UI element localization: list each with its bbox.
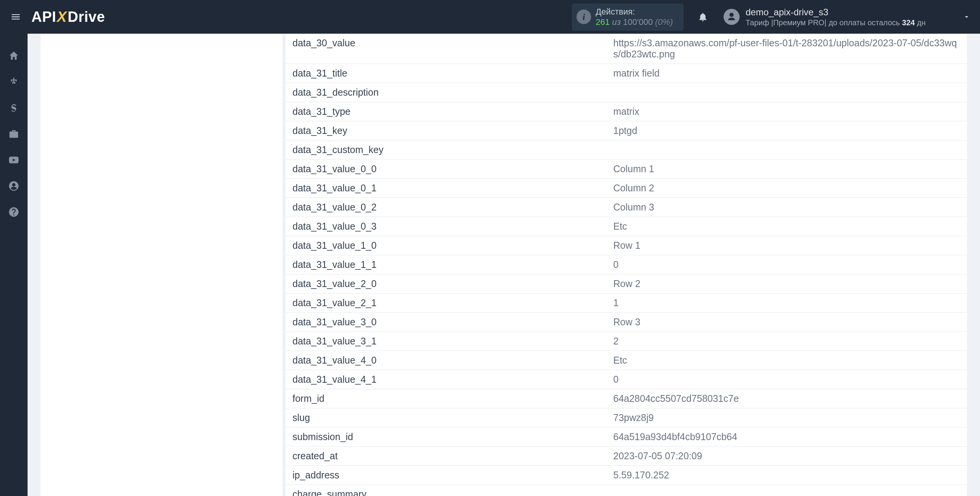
row-key: data_31_value_3_1 (286, 332, 606, 351)
row-value: matrix (606, 102, 967, 121)
topbar: APIXDrive i Действия: 261 из 100'000 (0%… (0, 0, 980, 34)
row-key: ip_address (286, 466, 606, 485)
table-row: data_31_description (286, 83, 967, 102)
sidebar-item-billing[interactable] (0, 95, 28, 121)
main: data_30_valuehttps://s3.amazonaws.com/pf… (28, 34, 980, 496)
table-row: data_31_value_0_2Column 3 (286, 198, 967, 217)
table-row: data_31_value_2_0Row 2 (286, 274, 967, 294)
logo-part-api: API (31, 9, 56, 25)
sidebar (0, 34, 28, 496)
table-row: data_31_typematrix (286, 102, 967, 121)
actions-total: 100'000 (623, 17, 653, 27)
row-value: Row 2 (606, 274, 967, 294)
row-key: data_31_description (286, 83, 606, 102)
tariff-mid: | до оплаты осталось (825, 18, 902, 27)
table-row: data_31_titlematrix field (286, 64, 967, 83)
row-key: data_31_key (286, 121, 606, 140)
table-row: data_31_value_1_10 (286, 255, 967, 274)
help-icon (8, 206, 20, 218)
actions-iz: из (612, 17, 621, 27)
chevron-down-icon (962, 13, 971, 21)
row-value (606, 485, 967, 496)
row-value: Etc (606, 351, 967, 370)
row-value: 2023-07-05 07:20:09 (606, 447, 967, 466)
table-row: data_31_value_0_3Etc (286, 217, 967, 236)
sidebar-item-home[interactable] (0, 43, 28, 69)
row-key: form_id (286, 389, 606, 408)
row-value: 0 (606, 370, 967, 389)
row-value: Etc (606, 217, 967, 236)
table-row: data_31_custom_key (286, 140, 967, 160)
row-key: data_31_value_2_1 (286, 294, 606, 313)
table-row: data_31_value_0_0Column 1 (286, 160, 967, 179)
table-row: data_31_value_4_0Etc (286, 351, 967, 370)
tariff-days: 324 (902, 18, 915, 27)
user-icon (727, 12, 737, 22)
user-menu[interactable]: demo_apix-drive_s3 Тариф |Премиум PRO| д… (724, 7, 971, 28)
row-key: charge_summary (286, 485, 606, 496)
row-value: 64a519a93d4bf4cb9107cb64 (606, 427, 967, 447)
row-key: data_30_value (286, 34, 606, 64)
row-key: created_at (286, 447, 606, 466)
logo-part-drive: Drive (68, 9, 105, 25)
table-row: ip_address5.59.170.252 (286, 466, 967, 485)
sidebar-item-account[interactable] (0, 173, 28, 199)
dollar-icon (8, 102, 20, 114)
row-value: Row 3 (606, 313, 967, 332)
row-value: 0 (606, 255, 967, 274)
sitemap-icon (8, 76, 20, 88)
table-row: charge_summary (286, 485, 967, 496)
logo[interactable]: APIXDrive (31, 9, 105, 25)
sidebar-item-services[interactable] (0, 121, 28, 147)
row-value: 73pwz8j9 (606, 408, 967, 427)
row-key: data_31_custom_key (286, 140, 606, 160)
table-row: data_31_value_4_10 (286, 370, 967, 389)
panel-left (41, 34, 283, 496)
row-value: Column 2 (606, 179, 967, 198)
actions-counter[interactable]: i Действия: 261 из 100'000 (0%) (572, 3, 684, 31)
row-key: data_31_value_1_1 (286, 255, 606, 274)
row-value: 2 (606, 332, 967, 351)
user-circle-icon (8, 180, 20, 192)
row-key: data_31_title (286, 64, 606, 83)
user-name: demo_apix-drive_s3 (746, 7, 926, 18)
row-value (606, 140, 967, 160)
briefcase-icon (8, 128, 20, 140)
actions-current: 261 (596, 17, 610, 27)
table-row: slug73pwz8j9 (286, 408, 967, 427)
avatar (724, 9, 740, 25)
row-key: data_31_value_2_0 (286, 274, 606, 294)
data-table: data_30_valuehttps://s3.amazonaws.com/pf… (286, 34, 967, 496)
hamburger-icon (10, 11, 21, 22)
row-key: data_31_value_0_3 (286, 217, 606, 236)
table-row: data_31_value_0_1Column 2 (286, 179, 967, 198)
table-row: data_31_value_3_12 (286, 332, 967, 351)
table-row: data_30_valuehttps://s3.amazonaws.com/pf… (286, 34, 967, 64)
row-key: data_31_value_0_0 (286, 160, 606, 179)
table-row: form_id64a2804cc5507cd758031c7e (286, 389, 967, 408)
row-key: data_31_value_0_2 (286, 198, 606, 217)
info-icon: i (577, 10, 591, 24)
tariff-name: Премиум PRO (773, 18, 825, 27)
notifications-icon[interactable] (697, 11, 708, 22)
sidebar-item-integrations[interactable] (0, 69, 28, 95)
table-row: data_31_value_3_0Row 3 (286, 313, 967, 332)
menu-toggle[interactable] (9, 10, 22, 23)
row-key: data_31_value_0_1 (286, 179, 606, 198)
sidebar-item-youtube[interactable] (0, 147, 28, 173)
actions-stats: 261 из 100'000 (0%) (596, 17, 673, 28)
table-row: data_31_value_1_0Row 1 (286, 236, 967, 255)
table-row: data_31_value_2_11 (286, 294, 967, 313)
tariff-prefix: Тариф | (746, 18, 773, 27)
logo-part-x: X (57, 9, 67, 25)
row-value: 5.59.170.252 (606, 466, 967, 485)
row-key: data_31_type (286, 102, 606, 121)
row-value: Column 1 (606, 160, 967, 179)
sidebar-item-help[interactable] (0, 199, 28, 225)
row-value: matrix field (606, 64, 967, 83)
row-key: data_31_value_1_0 (286, 236, 606, 255)
row-value: 64a2804cc5507cd758031c7e (606, 389, 967, 408)
home-icon (8, 50, 20, 62)
tariff-unit: дн (915, 18, 926, 27)
row-value: 1 (606, 294, 967, 313)
